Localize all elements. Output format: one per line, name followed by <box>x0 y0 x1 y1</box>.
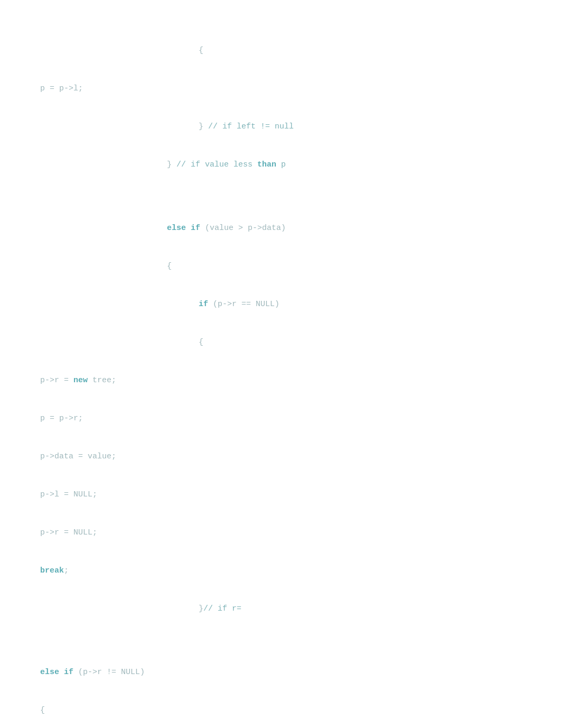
code-keyword: else if <box>167 224 200 233</box>
code-line: p = p->l; <box>21 70 540 108</box>
code-bracket: } <box>199 122 208 131</box>
code-comment: // if value less than p <box>176 160 286 169</box>
code-keyword-new: new <box>73 376 88 385</box>
code-line: p->data = value; <box>21 438 540 476</box>
code-line-blank <box>21 628 540 641</box>
code-line-blank <box>21 197 540 209</box>
code-bracket: } <box>167 160 176 169</box>
code-line: } // if value less than p <box>21 146 540 184</box>
code-text: p = p->l; <box>40 84 83 93</box>
code-line: break; <box>21 552 540 590</box>
code-text: p->l = NULL; <box>40 490 97 499</box>
code-text: (p->r != NULL) <box>73 668 145 677</box>
code-text: p = p->r; <box>40 414 83 423</box>
code-text: { <box>167 262 172 271</box>
code-text: { <box>199 338 203 347</box>
code-line: else if (value > p->data) <box>21 209 540 247</box>
code-text: ; <box>64 566 69 575</box>
code-keyword: else if <box>40 668 73 677</box>
code-line: p->l = NULL; <box>21 476 540 514</box>
code-line: else if (p->r != NULL) <box>21 653 540 692</box>
code-comment: // if left != null <box>208 122 294 131</box>
code-text: p->r = <box>40 376 73 385</box>
code-text: tree; <box>88 376 116 385</box>
code-line: p->r = new tree; <box>21 362 540 400</box>
code-display: { p = p->l; } // if left != null } // if… <box>21 32 540 728</box>
code-line-blank <box>21 641 540 653</box>
code-text: (p->r == NULL) <box>208 300 279 309</box>
code-line: { <box>21 692 540 728</box>
code-comment: // if r= <box>203 604 241 613</box>
code-line: p = p->r; <box>21 400 540 438</box>
code-text: (value > p->data) <box>200 224 286 233</box>
code-line: { <box>21 324 540 362</box>
code-line: if (p->r == NULL) <box>21 285 540 324</box>
code-bracket: } <box>199 604 203 613</box>
code-text: p->data = value; <box>40 452 116 461</box>
code-keyword: if <box>199 300 208 309</box>
code-line: { <box>21 32 540 70</box>
code-line-blank <box>21 184 540 197</box>
code-line: { <box>21 247 540 285</box>
code-line: }// if r= <box>21 590 540 628</box>
code-line: } // if left != null <box>21 108 540 146</box>
code-text: p->r = NULL; <box>40 528 97 537</box>
code-keyword: break <box>40 566 64 575</box>
code-text: { <box>199 46 203 55</box>
code-text: { <box>40 706 45 715</box>
code-line: p->r = NULL; <box>21 514 540 552</box>
